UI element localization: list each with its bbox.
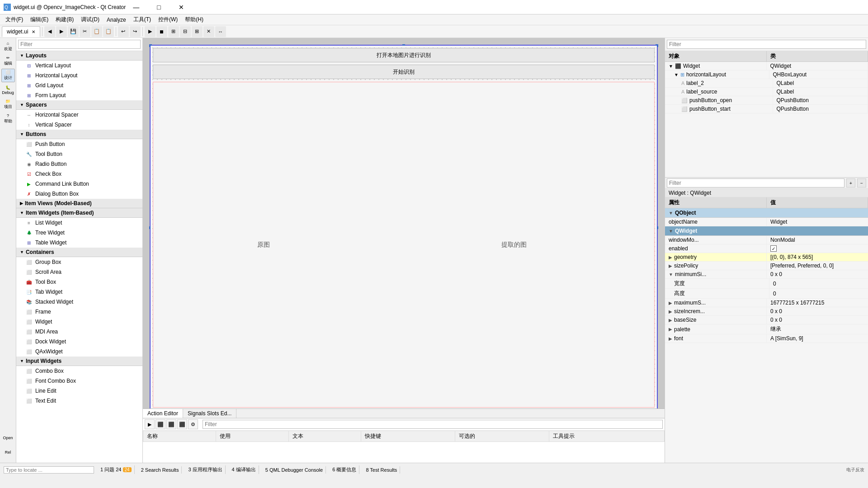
toolbar-btn-2[interactable]: ▶: [56, 26, 67, 37]
props-row-width[interactable]: 宽度 0: [665, 279, 868, 289]
sidebar-item-mdi-area[interactable]: ⬜ MDI Area: [16, 327, 142, 337]
props-row-objectname[interactable]: objectName Widget: [665, 218, 868, 226]
tab-action-editor[interactable]: Action Editor: [143, 409, 183, 418]
enabled-checkbox[interactable]: ✓: [770, 245, 777, 252]
minimize-button[interactable]: —: [126, 0, 146, 14]
action-delete-btn[interactable]: ⬛: [156, 419, 165, 429]
props-row-maximumsize[interactable]: ▶ maximumS... 16777215 x 16777215: [665, 299, 868, 307]
panel-btn-help[interactable]: ? 帮助: [1, 112, 15, 126]
statusbar-search-results[interactable]: 2 Search Results: [138, 466, 182, 474]
props-row-sizepolicy[interactable]: ▶ sizePolicy [Preferred, Preferred, 0, 0…: [665, 262, 868, 270]
props-cell-sizeinc-value[interactable]: 0 x 0: [767, 307, 868, 315]
toolbar-run[interactable]: ▶: [145, 26, 156, 37]
props-section-qwidget[interactable]: ▼ QWidget: [665, 226, 868, 236]
properties-filter-input[interactable]: [667, 178, 844, 188]
sidebar-item-table-widget[interactable]: ⊞ Table Widget: [16, 238, 142, 248]
panel-btn-edit[interactable]: ✏ 编辑: [1, 54, 15, 68]
panel-btn-project[interactable]: 📁 项目: [1, 98, 15, 111]
props-row-font[interactable]: ▶ font A [SimSun, 9]: [665, 334, 868, 343]
action-settings-btn[interactable]: ⚙: [188, 419, 198, 429]
action-move-up-btn[interactable]: ⬛: [166, 419, 176, 429]
section-buttons[interactable]: ▼ Buttons: [16, 130, 142, 139]
menu-file[interactable]: 文件(F): [2, 15, 27, 24]
sidebar-item-font-combo-box[interactable]: ⬜ Font Combo Box: [16, 376, 142, 386]
toolbar-btn-1[interactable]: ◀: [44, 26, 55, 37]
statusbar-general-info[interactable]: 6 概要信息: [330, 465, 359, 474]
sidebar-item-tool-button[interactable]: 🔧 Tool Button: [16, 149, 142, 159]
sidebar-item-push-button[interactable]: ⬜ Push Button: [16, 139, 142, 149]
statusbar-app-output[interactable]: 3 应用程序输出: [185, 465, 225, 474]
props-cell-maxsize-value[interactable]: 16777215 x 16777215: [767, 299, 868, 307]
action-new-btn[interactable]: ▶: [145, 419, 155, 429]
sidebar-item-qax-widget[interactable]: ⬜ QAxWidget: [16, 347, 142, 357]
sidebar-item-command-link[interactable]: ▶ Command Link Button: [16, 179, 142, 189]
props-row-windowmodality[interactable]: windowMo... NonModal: [665, 236, 868, 244]
props-row-sizeincrement[interactable]: ▶ sizeIncrem... 0 x 0: [665, 307, 868, 316]
menu-build[interactable]: 构建(B): [52, 15, 77, 24]
toolbar-stop[interactable]: ⏹: [156, 26, 167, 37]
toolbar-adjust[interactable]: ↔: [215, 26, 226, 37]
section-item-widgets[interactable]: ▼ Item Widgets (Item-Based): [16, 208, 142, 218]
toolbar-break[interactable]: ✕: [203, 26, 214, 37]
panel-btn-welcome[interactable]: ⌂ 欢迎: [1, 40, 15, 53]
props-add-btn[interactable]: +: [846, 178, 855, 188]
toolbar-copy[interactable]: 📋: [91, 26, 102, 37]
props-cell-geometry-value[interactable]: [(0, 0), 874 x 565]: [767, 253, 868, 261]
menu-analyze[interactable]: Analyze: [103, 16, 130, 24]
panel-btn-release[interactable]: Rel: [1, 446, 15, 459]
col-shortcut[interactable]: 快捷键: [361, 431, 455, 442]
statusbar-compile-output[interactable]: 4 编译输出: [229, 465, 259, 474]
props-row-basesize[interactable]: ▶ baseSize 0 x 0: [665, 316, 868, 324]
sidebar-item-tab-widget[interactable]: 📑 Tab Widget: [16, 287, 142, 297]
sidebar-item-dialog-button-box[interactable]: ✗ Dialog Button Box: [16, 189, 142, 199]
object-inspector-filter-input[interactable]: [667, 40, 866, 49]
sidebar-item-scroll-area[interactable]: ⬜ Scroll Area: [16, 267, 142, 277]
sidebar-item-dock-widget[interactable]: ⬜ Dock Widget: [16, 337, 142, 347]
col-use[interactable]: 使用: [216, 431, 288, 442]
props-remove-btn[interactable]: −: [857, 178, 866, 188]
close-button[interactable]: ✕: [171, 0, 192, 14]
props-cell-font-value[interactable]: A [SimSun, 9]: [767, 334, 868, 343]
design-area[interactable]: 打开本地图片进行识别 开始识别 原图 提取的图: [143, 38, 665, 463]
widget-box-filter-input[interactable]: [18, 40, 141, 49]
props-row-enabled[interactable]: enabled ✓: [665, 244, 868, 253]
col-tooltip[interactable]: 工具提示: [549, 431, 665, 442]
sidebar-item-check-box[interactable]: ☑ Check Box: [16, 169, 142, 179]
btn-open-image[interactable]: 打开本地图片进行识别: [153, 48, 655, 62]
menu-help[interactable]: 帮助(H): [181, 15, 207, 24]
section-layouts[interactable]: ▼ Layouts: [16, 51, 142, 61]
toolbar-undo[interactable]: ↩: [118, 26, 129, 37]
props-row-geometry[interactable]: ▶ geometry [(0, 0), 874 x 565]: [665, 253, 868, 262]
sidebar-item-line-edit[interactable]: ⬜ Line Edit: [16, 386, 142, 396]
menu-debug[interactable]: 调试(D): [77, 15, 103, 24]
toolbar-paste[interactable]: 📋: [103, 26, 114, 37]
oi-row-pushbutton-open[interactable]: ⬜ pushButton_open QPushButton: [665, 96, 868, 105]
section-input-widgets[interactable]: ▼ Input Widgets: [16, 357, 142, 366]
props-cell-windowmodality-value[interactable]: NonModal: [767, 236, 868, 244]
col-checkable[interactable]: 可选的: [455, 431, 549, 442]
oi-row-horizontal-layout[interactable]: ▼ ⊞ horizontalLayout QHBoxLayout: [665, 70, 868, 79]
sidebar-item-tool-box[interactable]: 🧰 Tool Box: [16, 277, 142, 287]
oi-row-widget[interactable]: ▼ ⬛ Widget QWidget: [665, 62, 868, 70]
menu-tools[interactable]: 工具(T): [130, 15, 155, 24]
section-containers[interactable]: ▼ Containers: [16, 248, 142, 257]
oi-row-label-source[interactable]: A label_source QLabel: [665, 88, 868, 96]
statusbar-test-results[interactable]: 8 Test Results: [363, 466, 400, 474]
props-cell-basesize-value[interactable]: 0 x 0: [767, 316, 868, 324]
toolbar-layout2[interactable]: ⊟: [180, 26, 191, 37]
props-cell-palette-value[interactable]: 继承: [767, 324, 868, 334]
col-name[interactable]: 名称: [143, 431, 216, 442]
sidebar-item-widget[interactable]: ⬜ Widget: [16, 317, 142, 327]
tab-widget-ui[interactable]: widget.ui ✕: [2, 26, 40, 37]
panel-btn-open[interactable]: Open: [1, 431, 15, 445]
sidebar-item-tree-widget[interactable]: 🌲 Tree Widget: [16, 228, 142, 238]
props-row-palette[interactable]: ▶ palette 继承: [665, 324, 868, 334]
sidebar-item-grid-layout[interactable]: ⊞ Grid Layout: [16, 80, 142, 90]
sidebar-item-list-widget[interactable]: ≡ List Widget: [16, 218, 142, 228]
sidebar-item-frame[interactable]: ⬜ Frame: [16, 307, 142, 317]
tab-close-icon[interactable]: ✕: [32, 29, 35, 34]
btn-start-recognition[interactable]: 开始识别: [153, 65, 655, 79]
action-editor-filter-input[interactable]: [203, 420, 663, 429]
section-item-views[interactable]: ▶ Item Views (Model-Based): [16, 199, 142, 208]
props-section-qobject[interactable]: ▼ QObject: [665, 208, 868, 218]
